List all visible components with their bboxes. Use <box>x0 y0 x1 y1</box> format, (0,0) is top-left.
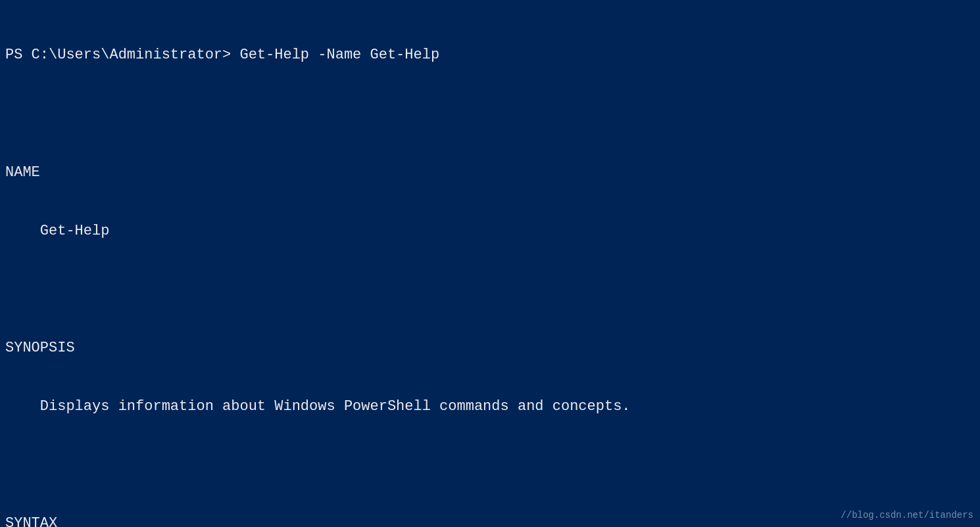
name-header: NAME <box>5 163 975 183</box>
blank-line <box>5 104 975 124</box>
blank-line <box>5 280 975 300</box>
name-value: Get-Help <box>5 221 975 241</box>
syntax-header: SYNTAX <box>5 514 975 527</box>
synopsis-header: SYNOPSIS <box>5 338 975 358</box>
synopsis-value: Displays information about Windows Power… <box>5 397 975 417</box>
terminal-output: PS C:\Users\Administrator> Get-Help -Nam… <box>5 7 975 527</box>
watermark: //blog.csdn.net/itanders <box>841 509 973 522</box>
prompt-line: PS C:\Users\Administrator> Get-Help -Nam… <box>5 45 975 65</box>
blank-line <box>5 455 975 475</box>
